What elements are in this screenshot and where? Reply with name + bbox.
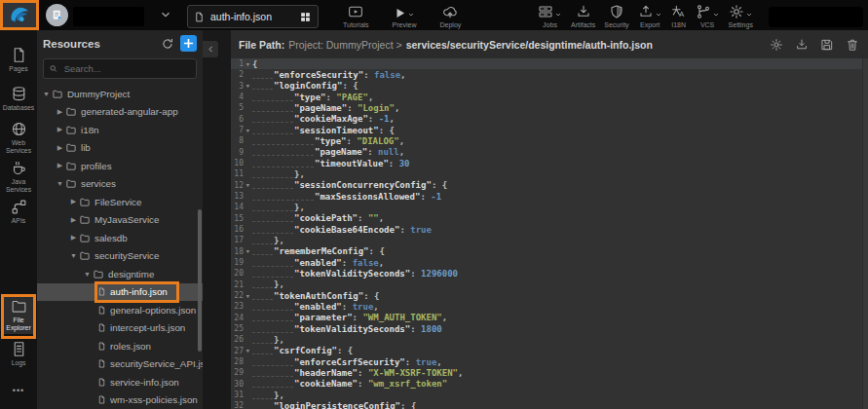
code-line-14[interactable]: 14}, [231,202,868,212]
refresh-icon[interactable] [161,37,174,51]
topbar-action-settings[interactable]: Settings [729,4,753,28]
tree-folder-MyJavaService[interactable]: ▶MyJavaService [37,211,203,230]
code-line-9[interactable]: 9"pageName": null, [231,147,868,158]
code-line-21[interactable]: 21}, [231,279,868,290]
project-switcher-chevron-icon[interactable] [159,8,172,21]
tree-folder-lib[interactable]: ▶lib [37,139,203,158]
fold-marker-icon[interactable]: ▼ [244,348,252,353]
chevron-expanded-icon[interactable]: ▼ [68,252,79,259]
chevron-collapsed-icon[interactable]: ▶ [68,216,79,224]
collapse-panel-button[interactable] [203,41,218,57]
sidebar-item-databases[interactable]: Databases [1,84,36,114]
project-avatar[interactable] [46,4,68,26]
chevron-collapsed-icon[interactable]: ▶ [68,234,79,242]
code-line-13[interactable]: 13"maxSessionsAllowed": -1 [231,191,868,202]
topbar-action-security[interactable]: Security [604,4,628,28]
code-line-26[interactable]: 26}, [231,334,868,345]
code-area[interactable]: 1▼{2"enforceSecurity": false,3▼"loginCon… [231,58,868,409]
tree-file-roles.json[interactable]: roles.json [37,337,203,355]
tree-folder-salesdb[interactable]: ▶salesdb [37,229,203,247]
code-line-31[interactable]: 31}, [231,390,868,400]
code-line-11[interactable]: 11}, [231,168,868,179]
sidebar-item-file-explorer[interactable]: File Explorer [1,296,36,334]
sidebar-more-button[interactable]: ••• [0,386,37,395]
fold-marker-icon[interactable]: ▼ [244,83,252,89]
code-line-24[interactable]: 24"parameter": "WM_AUTH_TOKEN", [231,313,868,323]
fold-marker-icon[interactable]: ▼ [244,128,252,133]
sidebar-item-logs[interactable]: Logs [1,339,36,369]
chevron-expanded-icon[interactable]: ▼ [82,271,93,278]
tree-file-general-options.json[interactable]: general-options.json [37,301,203,319]
sidebar-item-web-services[interactable]: Web Services [1,119,36,157]
topbar-action-vcs[interactable]: VCS [696,4,720,28]
code-line-3[interactable]: 3▼"loginConfig": { [231,81,868,92]
code-line-2[interactable]: 2"enforceSecurity": false, [231,69,868,80]
topbar-action-jobs[interactable]: Jobs [538,4,562,28]
fold-marker-icon[interactable]: ▼ [244,182,252,188]
code-line-19[interactable]: 19"enabled": false, [231,257,868,268]
editor-save-icon[interactable] [820,38,834,52]
code-line-30[interactable]: 30"cookieName": "wm_xsrf_token" [231,379,868,390]
code-line-18[interactable]: 18▼"rememberMeConfig": { [231,246,868,257]
tree-folder-securityService[interactable]: ▼securityService [37,247,203,266]
code-line-15[interactable]: 15"cookiePath": "", [231,213,868,224]
sidebar-item-apis[interactable]: APIs [1,197,36,227]
topbar-action-export[interactable]: Export [638,4,662,28]
fold-marker-icon[interactable]: ▼ [244,293,252,299]
code-line-23[interactable]: 23"enabled": true, [231,301,868,312]
code-line-28[interactable]: 28"enforceCsrfSecurity": true, [231,356,868,367]
code-line-16[interactable]: 16"cookieBase64Encode": true [231,224,868,235]
code-line-22[interactable]: 22▼"tokenAuthConfig": { [231,290,868,301]
chevron-collapsed-icon[interactable]: ▶ [55,126,65,133]
code-line-32[interactable]: 32"loginPersistenceConfig": { [231,400,868,409]
tree-folder-profiles[interactable]: ▶profiles [37,157,203,175]
tree-file-intercept-urls.json[interactable]: intercept-urls.json [37,319,203,338]
tree-folder-FileService[interactable]: ▶FileService [37,193,203,211]
fold-marker-icon[interactable]: ▼ [244,248,252,254]
chevron-collapsed-icon[interactable]: ▶ [55,144,65,152]
code-line-20[interactable]: 20"tokenValiditySeconds": 1296000 [231,268,868,279]
code-line-1[interactable]: 1▼{ [231,58,868,69]
tree-folder-i18n[interactable]: ▶i18n [37,121,203,139]
code-line-12[interactable]: 12▼"sessionConcurrencyConfig": { [231,180,868,191]
code-line-5[interactable]: 5"pageName": "Login", [231,102,868,113]
tree-folder-generated-angular-app[interactable]: ▶generated-angular-app [37,103,203,122]
editor-delete-icon[interactable] [846,38,859,52]
wavemaker-logo[interactable] [0,0,39,30]
tree-folder-services[interactable]: ▼services [37,175,203,194]
code-line-27[interactable]: 27▼"csrfConfig": { [231,346,868,356]
code-line-4[interactable]: 4"type": "PAGE", [231,92,868,102]
tree-file-securityService_API.json[interactable]: securityService_API.json [37,355,203,374]
code-line-25[interactable]: 25"tokenValiditySeconds": 1800 [231,323,868,334]
code-line-17[interactable]: 17}, [231,235,868,245]
tree-folder-designtime[interactable]: ▼designtime [37,265,203,283]
tree-file-wm-xss-policies.json[interactable]: wm-xss-policies.json [37,391,203,409]
chevron-collapsed-icon[interactable]: ▶ [68,198,79,205]
chevron-expanded-icon[interactable]: ▼ [55,180,65,187]
chevron-expanded-icon[interactable]: ▼ [41,91,52,97]
sidebar-item-pages[interactable]: Pages [1,45,36,75]
topbar-action-deploy[interactable]: Deploy [440,4,462,28]
open-file-tab[interactable]: auth-info.json [187,5,319,28]
sidebar-item-java-services[interactable]: Java Services [1,158,36,196]
tree-file-service-info.json[interactable]: service-info.json [37,373,203,391]
topbar-action-i18n[interactable]: AI18N [671,4,687,28]
fold-marker-icon[interactable]: ▼ [244,61,252,67]
grid-icon[interactable] [299,11,312,23]
editor-settings-icon[interactable] [770,38,783,52]
topbar-action-artifacts[interactable]: Artifacts [571,4,595,28]
topbar-action-preview[interactable]: Preview [393,4,417,28]
resources-search[interactable] [43,58,197,79]
code-line-6[interactable]: 6"cookieMaxAge": -1, [231,114,868,125]
topbar-action-tutorials[interactable]: Tutorials [343,4,369,28]
add-resource-button[interactable] [180,35,197,52]
tree-file-auth-info.json[interactable]: auth-info.json [37,283,203,302]
search-input[interactable] [62,62,191,75]
code-line-8[interactable]: 8"type": "DIALOG", [231,135,868,146]
tree-scrollbar[interactable] [198,209,202,352]
code-line-7[interactable]: 7▼"sessionTimeout": { [231,125,868,135]
editor-download-icon[interactable] [795,38,809,52]
chevron-collapsed-icon[interactable]: ▶ [55,162,65,169]
tree-folder-DummyProject[interactable]: ▼DummyProject [37,85,203,103]
code-line-29[interactable]: 29"headerName": "X-WM-XSRF-TOKEN", [231,367,868,378]
